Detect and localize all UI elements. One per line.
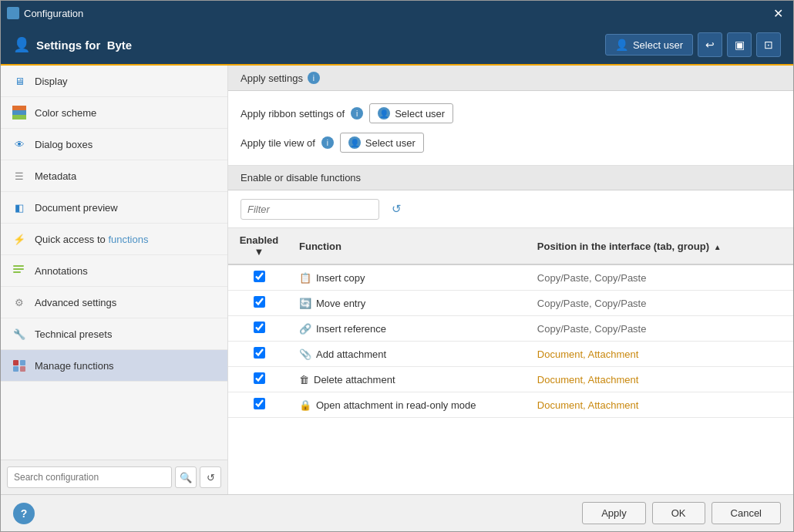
position-cell: Document, Attachment <box>528 392 775 418</box>
function-cell: 🔄Move entry <box>290 291 528 316</box>
reset-search-button[interactable]: ↺ <box>200 466 221 488</box>
user-header-icon: 👤 <box>13 36 30 53</box>
sidebar-item-manage-functions-label: Manage functions <box>35 360 114 372</box>
function-name: Insert reference <box>316 323 386 335</box>
color-scheme-icon <box>12 105 27 120</box>
function-name: Add attachment <box>316 348 386 360</box>
enabled-cell <box>228 291 290 316</box>
sidebar-item-document-preview[interactable]: ◧ Document preview <box>1 192 227 224</box>
sidebar-item-advanced-settings-label: Advanced settings <box>35 297 116 308</box>
sidebar-item-dialog-boxes[interactable]: 👁 Dialog boxes <box>1 129 227 160</box>
sidebar-item-display-label: Display <box>35 76 68 87</box>
table-row: 🔗Insert referenceCopy/Paste, Copy/Paste <box>228 316 793 342</box>
sidebar-item-manage-functions[interactable]: Manage functions <box>1 350 227 382</box>
enabled-checkbox[interactable] <box>254 296 265 308</box>
position-text: Document, Attachment <box>537 399 639 411</box>
enabled-checkbox[interactable] <box>254 398 265 409</box>
search-configuration-button[interactable]: 🔍 <box>175 466 197 488</box>
col-function[interactable]: Function <box>290 228 528 264</box>
select-user-header-icon: 👤 <box>615 39 628 51</box>
settings-title: Settings for Byte <box>36 39 605 52</box>
svg-rect-4 <box>13 268 24 270</box>
apply-tile-info-icon[interactable]: i <box>321 136 334 149</box>
svg-rect-6 <box>13 360 19 365</box>
sidebar-item-annotations-label: Annotations <box>35 265 88 277</box>
position-text: Copy/Paste, Copy/Paste <box>537 272 647 284</box>
function-cell: 📎Add attachment <box>290 342 528 367</box>
position-text: Copy/Paste, Copy/Paste <box>537 323 647 335</box>
sidebar-item-annotations[interactable]: Annotations <box>1 255 227 287</box>
sidebar-item-quick-access[interactable]: ⚡ Quick access to functions <box>1 224 227 255</box>
ok-button[interactable]: OK <box>652 502 705 524</box>
position-cell: Document, Attachment <box>528 342 775 367</box>
col-scrollbar-header <box>775 228 793 264</box>
function-icon: 🔗 <box>299 323 311 335</box>
apply-button[interactable]: Apply <box>582 502 646 524</box>
select-user-ribbon-button[interactable]: 👤 Select user <box>369 103 453 123</box>
apply-ribbon-label: Apply ribbon settings of <box>241 108 345 120</box>
document-preview-icon: ◧ <box>12 200 27 215</box>
apply-settings-info-icon[interactable]: i <box>308 72 320 84</box>
header-action-button-2[interactable]: ▣ <box>727 32 752 57</box>
function-name: Open attachment in read-only mode <box>316 399 476 411</box>
sidebar-item-metadata[interactable]: ☰ Metadata <box>1 160 227 192</box>
sidebar-item-color-scheme[interactable]: Color scheme <box>1 97 227 129</box>
enabled-checkbox[interactable] <box>254 271 265 282</box>
header-action-button-3[interactable]: ⊡ <box>756 32 781 57</box>
table-row: 🔄Move entryCopy/Paste, Copy/Paste <box>228 291 793 316</box>
header-action-button-1[interactable]: ↩ <box>698 32 722 57</box>
select-user-header-button[interactable]: 👤 Select user <box>605 34 693 56</box>
table-row: 📎Add attachmentDocument, Attachment <box>228 342 793 367</box>
enabled-cell <box>228 316 290 342</box>
function-icon: 🗑 <box>299 374 309 386</box>
function-cell: 🗑Delete attachment <box>290 367 528 392</box>
apply-settings-section: Apply ribbon settings of i 👤 Select user… <box>228 91 793 166</box>
cancel-button[interactable]: Cancel <box>712 502 781 524</box>
enabled-checkbox[interactable] <box>254 347 265 359</box>
filter-input[interactable] <box>241 199 379 220</box>
position-cell: Document, Attachment <box>528 367 775 392</box>
enabled-cell <box>228 392 290 418</box>
sidebar-item-display[interactable]: 🖥 Display <box>1 66 227 97</box>
search-configuration-input[interactable] <box>7 466 172 488</box>
col-enabled: Enabled ▼ <box>228 228 290 264</box>
function-icon: 🔄 <box>299 298 311 309</box>
sidebar-search-bar: 🔍 ↺ <box>1 460 227 494</box>
function-name: Insert copy <box>316 272 365 284</box>
position-cell: Copy/Paste, Copy/Paste <box>528 264 775 291</box>
annotations-icon <box>12 263 27 278</box>
apply-settings-label: Apply settings <box>241 72 303 84</box>
enabled-checkbox[interactable] <box>254 372 265 384</box>
apply-ribbon-info-icon[interactable]: i <box>351 107 363 120</box>
manage-functions-icon <box>12 358 27 373</box>
function-icon: 📋 <box>299 272 311 284</box>
metadata-icon: ☰ <box>12 168 27 184</box>
position-cell: Copy/Paste, Copy/Paste <box>528 291 775 316</box>
sidebar: 🖥 Display Color scheme 👁 Dialog boxes ☰ … <box>1 66 228 494</box>
filter-bar: ↺ <box>228 190 793 228</box>
help-button[interactable]: ? <box>13 503 35 524</box>
function-name: Move entry <box>316 298 365 309</box>
select-user-tile-button[interactable]: 👤 Select user <box>340 133 424 153</box>
sidebar-item-advanced-settings[interactable]: ⚙ Advanced settings <box>1 287 227 318</box>
window-title: Configuration <box>24 8 769 19</box>
footer-right: Apply OK Cancel <box>582 502 781 524</box>
footer-left: ? <box>13 503 35 524</box>
position-text: Copy/Paste, Copy/Paste <box>537 298 647 309</box>
enabled-checkbox[interactable] <box>254 322 265 333</box>
col-position[interactable]: Position in the interface (tab, group) ▲ <box>528 228 775 264</box>
function-name: Delete attachment <box>314 374 395 386</box>
table-row: 📋Insert copyCopy/Paste, Copy/Paste <box>228 264 793 291</box>
enabled-cell <box>228 264 290 291</box>
close-button[interactable]: ✕ <box>769 4 787 22</box>
reset-filter-button[interactable]: ↺ <box>385 198 407 220</box>
sidebar-item-document-preview-label: Document preview <box>35 202 118 214</box>
sidebar-item-technical-presets[interactable]: 🔧 Technical presets <box>1 318 227 350</box>
apply-tile-row: Apply tile view of i 👤 Select user <box>241 133 781 153</box>
settings-for-label: Settings for <box>36 39 100 52</box>
functions-table-container: Enabled ▼ Function Position in the inter… <box>228 228 793 494</box>
enabled-cell <box>228 342 290 367</box>
position-sort-icon: ▲ <box>714 243 722 251</box>
title-bar: Configuration ✕ <box>1 1 793 25</box>
svg-rect-7 <box>20 360 25 365</box>
